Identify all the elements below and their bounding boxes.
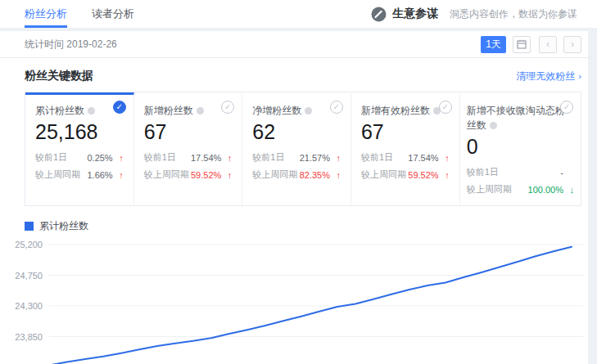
fans-trend-chart: 23,40023,85024,30024,75025,20001-2801-31… <box>7 233 585 364</box>
card-title: 新增粉丝数 <box>144 105 193 116</box>
compare-row: 较前1日17.54%↑ <box>144 151 233 164</box>
trend-icon: ↑ <box>221 153 232 163</box>
stat-date: 2019-02-26 <box>66 38 116 50</box>
unselected-check-icon[interactable]: ✓ <box>221 101 234 114</box>
prev-day-button[interactable]: ‹ <box>539 36 557 53</box>
card-new-no-weitao-fans[interactable]: ✓ 新增不接收微淘动态粉丝数 0 较前1日- 较上周同期100.00%↓ <box>460 92 581 205</box>
card-total-fans[interactable]: ✓ 累计粉丝数 25,168 较前1日0.25%↑ 较上周同期1.66%↑ <box>25 92 134 205</box>
info-dot-icon[interactable] <box>305 107 312 115</box>
main-panel: 统计时间 2019-02-26 1天 ‹ › 粉丝关键数据 清理无效 <box>0 31 588 364</box>
range-1day-button[interactable]: 1天 <box>481 36 506 53</box>
compare-row: 较上周同期100.00%↓ <box>467 183 574 195</box>
trend-icon: ↑ <box>330 153 341 163</box>
card-value: 62 <box>252 120 341 144</box>
trend-icon: ↓ <box>563 185 574 195</box>
stat-time-label: 统计时间 2019-02-26 <box>25 38 117 52</box>
compare-row: 较上周同期59.52%↑ <box>144 169 233 181</box>
compare-row: 较上周同期1.66%↑ <box>35 169 124 181</box>
y-tick-label: 25,200 <box>15 240 43 249</box>
chart-legend: 累计粉丝数 <box>25 219 581 233</box>
cumulative-fans-line <box>49 247 572 364</box>
trend-icon: ↑ <box>439 170 450 180</box>
card-title: 新增有效粉丝数 <box>361 105 430 116</box>
calendar-icon <box>517 39 527 49</box>
calendar-button[interactable] <box>513 36 531 53</box>
card-title: 新增不接收微淘动态粉丝数 <box>467 105 565 131</box>
y-tick-label: 23,850 <box>15 332 43 342</box>
card-value: 25,168 <box>35 120 124 144</box>
card-new-valid-fans[interactable]: ✓ 新增有效粉丝数 67 较前1日17.54%↑ 较上周同期59.52%↑ <box>351 92 460 205</box>
trend-icon: ↑ <box>113 170 124 180</box>
unselected-check-icon[interactable]: ✓ <box>330 101 343 114</box>
tab-reader-analysis[interactable]: 读者分析 <box>92 0 134 28</box>
chevron-left-icon: ‹ <box>546 38 550 50</box>
info-dot-icon[interactable] <box>197 107 204 115</box>
selected-check-icon[interactable]: ✓ <box>113 101 126 114</box>
info-dot-icon[interactable] <box>88 107 95 115</box>
card-value: 67 <box>361 120 450 144</box>
card-title: 累计粉丝数 <box>35 105 84 116</box>
brand-area: 生意参谋 洞悉内容创作，数据为你参谋 <box>371 7 577 22</box>
unselected-check-icon[interactable]: ✓ <box>560 101 573 114</box>
compare-row: 较前1日0.25%↑ <box>35 151 124 164</box>
metric-cards: ✓ 累计粉丝数 25,168 较前1日0.25%↑ 较上周同期1.66%↑ ✓ … <box>25 92 581 206</box>
y-tick-label: 24,750 <box>15 271 43 281</box>
sycm-logo-icon <box>371 7 387 22</box>
clean-invalid-fans-link[interactable]: 清理无效粉丝› <box>516 70 581 83</box>
trend-icon: ↑ <box>113 153 124 163</box>
section-header: 粉丝关键数据 清理无效粉丝› <box>0 58 588 92</box>
card-value: 0 <box>467 135 574 159</box>
compare-row: 较上周同期59.52%↑ <box>361 169 450 181</box>
compare-row: 较前1日21.57%↑ <box>252 151 341 164</box>
trend-icon: ↑ <box>221 170 232 180</box>
unselected-check-icon[interactable]: ✓ <box>439 101 452 114</box>
y-tick-label: 24,300 <box>15 301 43 311</box>
brand-name: 生意参谋 <box>392 7 438 21</box>
card-net-fans[interactable]: ✓ 净增粉丝数 62 较前1日21.57%↑ 较上周同期82.35%↑ <box>242 92 351 205</box>
card-value: 67 <box>144 120 233 144</box>
card-title: 净增粉丝数 <box>252 105 301 116</box>
next-day-button[interactable]: › <box>563 36 581 53</box>
section-title: 粉丝关键数据 <box>25 69 93 83</box>
card-new-fans[interactable]: ✓ 新增粉丝数 67 较前1日17.54%↑ 较上周同期59.52%↑ <box>134 92 243 205</box>
chevron-right-icon: › <box>571 38 574 50</box>
compare-row: 较前1日17.54%↑ <box>361 151 450 164</box>
brand-slogan: 洞悉内容创作，数据为你参谋 <box>450 7 577 21</box>
info-dot-icon[interactable] <box>490 122 497 129</box>
compare-row: 较前1日- <box>467 166 574 178</box>
trend-icon: ↑ <box>439 153 450 163</box>
date-toolbar: 统计时间 2019-02-26 1天 ‹ › <box>0 31 588 58</box>
trend-icon: ↑ <box>330 170 341 180</box>
top-tab-bar: 粉丝分析 读者分析 生意参谋 洞悉内容创作，数据为你参谋 <box>0 0 597 28</box>
compare-row: 较上周同期82.35%↑ <box>252 169 341 181</box>
legend-swatch-icon <box>25 222 34 231</box>
tab-fans-analysis[interactable]: 粉丝分析 <box>25 0 67 28</box>
chart-area: 23,40023,85024,30024,75025,20001-2801-31… <box>7 233 588 364</box>
legend-label: 累计粉丝数 <box>39 219 88 233</box>
chevron-right-icon: › <box>578 71 581 81</box>
